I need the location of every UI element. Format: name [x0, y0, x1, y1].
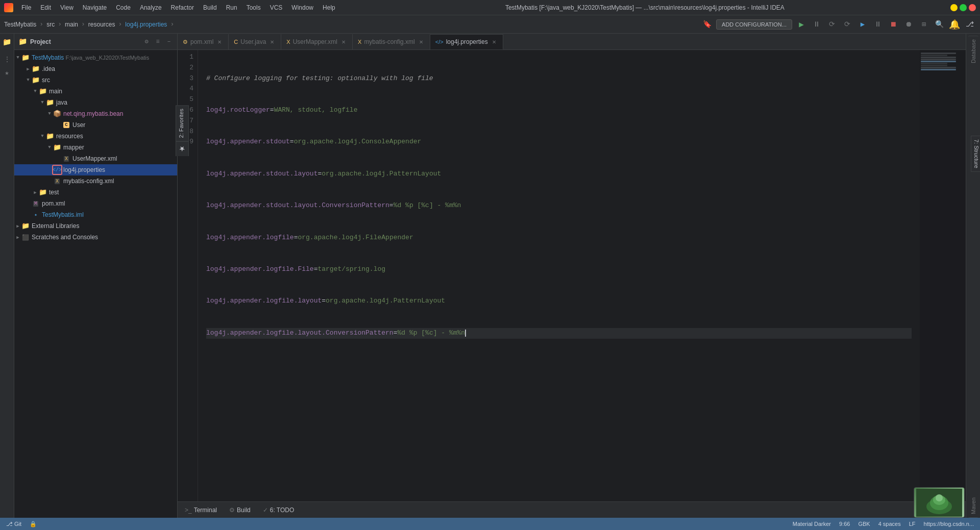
menu-navigate[interactable]: Navigate: [79, 3, 111, 13]
tree-label-log4j: log4j.properties: [63, 166, 105, 173]
tree-label-mybatis: mybatis-config.xml: [63, 178, 114, 185]
tab-user-java[interactable]: C User.java ✕: [229, 34, 281, 49]
tab-icon-usermapper: X: [286, 39, 290, 45]
bookmark-icon[interactable]: 🔖: [701, 18, 713, 31]
build-tab[interactable]: ⚙ Build: [226, 504, 254, 516]
position-status[interactable]: 9:66: [837, 521, 852, 527]
menu-edit[interactable]: Edit: [36, 3, 55, 13]
tree-item-mapper[interactable]: ▼ 📁 mapper: [14, 142, 177, 153]
maven-icon[interactable]: Maven: [968, 494, 978, 518]
tree-item-external-libs[interactable]: ▶ 📁 External Libraries: [14, 220, 177, 232]
main-layout: 📁 ⋮ ★ 📁 Project ⚙ ≡ – ▼ 📁 TestMybatis F:…: [0, 34, 980, 518]
maximize-button[interactable]: ⬜: [960, 4, 967, 11]
breadcrumb-src[interactable]: src: [46, 21, 55, 28]
tree-item-idea[interactable]: ▶ 📁 .idea: [14, 63, 177, 74]
project-view-icon[interactable]: 📁: [1, 36, 13, 48]
menu-tools[interactable]: Tools: [242, 3, 265, 13]
tree-item-pom[interactable]: M pom.xml: [14, 198, 177, 209]
breadcrumb-log4j[interactable]: log4j.properties: [125, 21, 167, 28]
code-line-1: # Configure logging for testing: optiona…: [206, 73, 912, 84]
tab-close-user[interactable]: ✕: [268, 38, 276, 45]
breadcrumb-testmybatis[interactable]: TestMybatis: [4, 21, 36, 28]
tree-item-package[interactable]: ▼ 📦 net.qing.mybatis.bean: [14, 108, 177, 119]
tree-label-main: main: [49, 88, 62, 95]
layout-button[interactable]: ⊞: [918, 18, 930, 31]
encoding-status[interactable]: GBK: [856, 521, 872, 527]
tab-icon-pom: ⚙: [183, 39, 188, 45]
breadcrumb-main[interactable]: main: [65, 21, 78, 28]
menu-window[interactable]: Window: [287, 3, 317, 13]
search-everywhere-button[interactable]: 🔍: [933, 18, 945, 31]
breadcrumb-sep-3: ›: [81, 20, 85, 28]
notifications-button[interactable]: 🔔: [948, 18, 961, 31]
expand-arrow-log4j: [46, 166, 53, 173]
terminal-tab[interactable]: >_ Terminal: [182, 504, 220, 516]
tab-label-log4j: log4j.properties: [446, 38, 488, 45]
favorites-tab[interactable]: 2: Favorites: [176, 105, 189, 141]
add-configuration-button[interactable]: ADD CONFIGURATION...: [716, 19, 792, 30]
tab-close-usermapper[interactable]: ✕: [340, 38, 347, 45]
tree-item-resources[interactable]: ▼ 📁 resources: [14, 131, 177, 142]
tab-close-log4j[interactable]: ✕: [491, 38, 498, 45]
project-panel-title: Project: [30, 38, 139, 45]
expand-arrow-pom: [24, 200, 32, 207]
menu-run[interactable]: Run: [222, 3, 241, 13]
bookmarks-tab[interactable]: ★: [176, 141, 189, 156]
database-icon[interactable]: Database: [968, 36, 978, 66]
debug-button[interactable]: ▶: [856, 18, 869, 31]
structure-icon[interactable]: ⋮: [1, 53, 13, 65]
project-options-icon[interactable]: ≡: [154, 38, 162, 46]
stop-button[interactable]: ⏹: [887, 18, 899, 31]
theme-status[interactable]: Material Darker: [791, 521, 833, 527]
tree-item-src[interactable]: ▼ 📁 src: [14, 74, 177, 86]
git-branch-button[interactable]: ⎇: [964, 18, 976, 31]
pause-button[interactable]: ⏸: [872, 18, 884, 31]
structure-tab[interactable]: 7: Structure: [971, 136, 980, 172]
menu-view[interactable]: View: [56, 3, 78, 13]
menu-code[interactable]: Code: [112, 3, 135, 13]
tab-close-pom[interactable]: ✕: [216, 38, 223, 45]
tree-item-log4j[interactable]: </> log4j.properties: [14, 164, 177, 175]
menu-file[interactable]: File: [17, 3, 35, 13]
menu-analyze[interactable]: Analyze: [136, 3, 166, 13]
minimize-button[interactable]: —: [950, 4, 958, 11]
folder-icon-mapper: 📁: [53, 143, 61, 152]
indent-status[interactable]: 4 spaces: [876, 521, 903, 527]
run-button[interactable]: ▶: [795, 18, 807, 31]
tab-pom-xml[interactable]: ⚙ pom.xml ✕: [178, 34, 229, 49]
tree-item-iml[interactable]: ✦ TestMybatis.iml: [14, 209, 177, 220]
project-settings-icon[interactable]: ⚙: [142, 38, 151, 46]
tree-item-main[interactable]: ▼ 📁 main: [14, 86, 177, 97]
code-editor[interactable]: # Configure logging for testing: optiona…: [198, 50, 920, 501]
tree-item-java[interactable]: ▼ 📁 java: [14, 97, 177, 108]
run-config-button[interactable]: ⏸: [811, 18, 823, 31]
lock-icon[interactable]: 🔒: [28, 521, 39, 527]
breadcrumb-resources[interactable]: resources: [88, 21, 115, 28]
lf-status[interactable]: LF: [907, 521, 918, 527]
coverage-button[interactable]: ⟳: [841, 18, 853, 31]
tab-log4j-properties[interactable]: </> log4j.properties ✕: [430, 34, 503, 49]
todo-tab[interactable]: ✓ 6: TODO: [260, 504, 298, 516]
tree-item-test[interactable]: ▶ 📁 test: [14, 187, 177, 198]
menu-help[interactable]: Help: [318, 3, 339, 13]
menu-refactor[interactable]: Refactor: [167, 3, 198, 13]
tree-item-testmybatis[interactable]: ▼ 📁 TestMybatis F:\java_web_KJ2020\TestM…: [14, 52, 177, 63]
menu-vcs[interactable]: VCS: [266, 3, 287, 13]
tree-item-scratches[interactable]: ▶ ⬛ Scratches and Consoles: [14, 232, 177, 243]
build-button[interactable]: ⟳: [826, 18, 838, 31]
tree-item-usermapper-xml[interactable]: X UserMapper.xml: [14, 153, 177, 164]
vcs-status[interactable]: ⎇ Git: [4, 521, 23, 527]
project-collapse-icon[interactable]: –: [165, 38, 173, 46]
record-button[interactable]: ⏺: [902, 18, 915, 31]
tab-mybatis-config[interactable]: X mybatis-config.xml ✕: [353, 34, 430, 49]
code-line-3: log4j.appender.stdout=org.apache.log4j.C…: [206, 137, 912, 147]
menu-build[interactable]: Build: [199, 3, 221, 13]
tab-usermapper-xml[interactable]: X UserMapper.xml ✕: [281, 34, 353, 49]
close-button[interactable]: ✕: [969, 4, 976, 11]
url-status[interactable]: https://blog.csdn.n...: [922, 521, 976, 527]
editor-content: 1 2 3 4 5 6 7 8 9 # Configure logging fo…: [178, 50, 966, 501]
tab-close-mybatis[interactable]: ✕: [418, 38, 425, 45]
bookmarks-icon[interactable]: ★: [1, 66, 13, 79]
tree-item-mybatis-config[interactable]: X mybatis-config.xml: [14, 175, 177, 187]
tree-item-user-class[interactable]: C User: [14, 119, 177, 131]
